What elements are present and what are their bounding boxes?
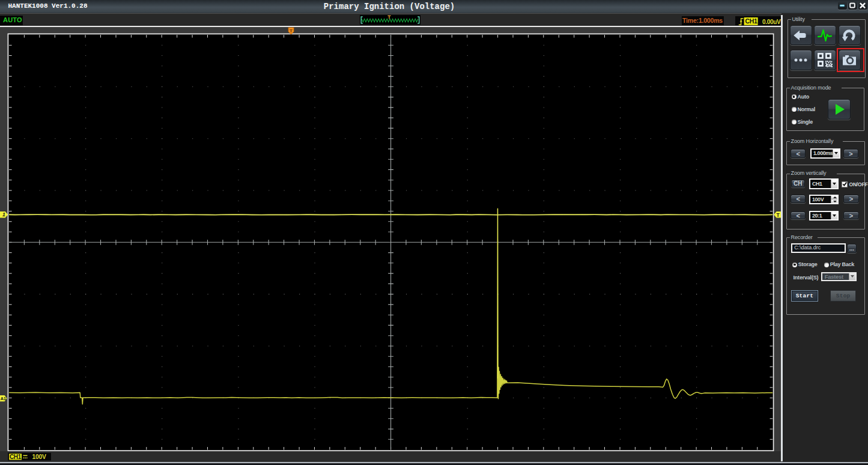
svg-text:1: 1 — [2, 211, 5, 217]
svg-text:T: T — [290, 28, 293, 34]
svg-text:A1: A1 — [1, 396, 6, 401]
svg-text:CH1: CH1 — [10, 454, 22, 460]
svg-text:100V: 100V — [32, 454, 47, 460]
svg-text:0.00uV: 0.00uV — [762, 18, 781, 25]
svg-text:T: T — [777, 212, 780, 218]
svg-text:CH1: CH1 — [745, 17, 757, 25]
